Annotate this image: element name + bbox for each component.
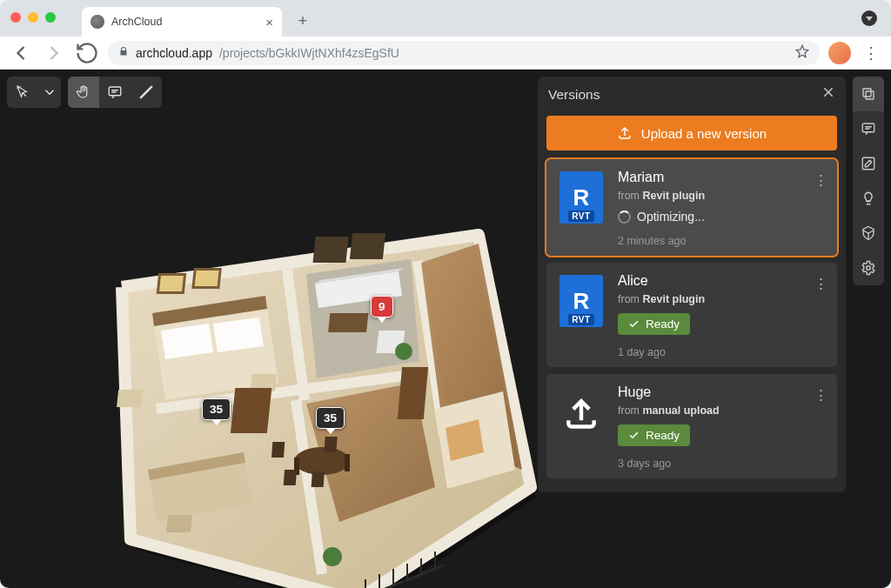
close-panel-button[interactable] <box>821 85 835 104</box>
upload-button-label: Upload a new version <box>641 126 767 141</box>
svg-rect-25 <box>284 470 297 485</box>
svg-rect-50 <box>866 91 874 99</box>
cursor-tool-dropdown[interactable] <box>38 77 61 108</box>
version-card-body: Hugefrom manual uploadReady3 days ago <box>618 384 827 470</box>
spinner-icon <box>618 210 631 224</box>
browser-tab[interactable]: ArchCloud × <box>82 7 282 37</box>
browser-toolbar: archcloud.app/projects/bGkkIWjtNXhf4zsEg… <box>0 37 891 70</box>
ideas-rail-button[interactable] <box>853 181 884 216</box>
close-tab-button[interactable]: × <box>265 15 273 30</box>
version-card-body: Mariamfrom Revit pluginOptimizing...2 mi… <box>618 170 827 247</box>
svg-rect-33 <box>398 367 428 419</box>
svg-rect-14 <box>117 390 143 407</box>
floorplan-3d-view[interactable]: 93535 <box>70 209 539 588</box>
new-tab-button[interactable]: + <box>291 9 315 33</box>
version-name: Alice <box>618 273 827 289</box>
viewer-toolbar <box>7 77 162 108</box>
browser-window: ArchCloud × + archcloud.app/projects/bGk… <box>0 0 891 588</box>
svg-rect-48 <box>350 233 385 259</box>
version-source: from Revit plugin <box>618 293 827 305</box>
svg-rect-29 <box>166 515 192 532</box>
svg-rect-22 <box>345 454 350 471</box>
status-optimizing: Optimizing... <box>618 210 827 224</box>
cursor-tool-button[interactable] <box>7 77 38 108</box>
svg-rect-47 <box>312 237 348 263</box>
close-window-button[interactable] <box>10 12 21 23</box>
address-bar[interactable]: archcloud.app/projects/bGkkIWjtNXhf4zsEg… <box>108 41 820 65</box>
reload-button[interactable] <box>75 41 99 65</box>
svg-point-20 <box>294 447 350 475</box>
annotation-marker[interactable]: 35 <box>316 407 345 429</box>
revit-file-icon: RRVT <box>557 170 606 225</box>
svg-rect-46 <box>195 271 219 286</box>
svg-point-34 <box>395 343 412 360</box>
browser-tabbar: ArchCloud × + <box>0 0 891 37</box>
settings-rail-button[interactable] <box>853 251 884 285</box>
version-card-body: Alicefrom Revit pluginReady1 day ago <box>618 273 827 358</box>
lock-icon <box>118 46 129 59</box>
panel-title: Versions <box>548 87 600 103</box>
app-viewport: 93535 Versions Upload a new version RRVT… <box>0 70 891 588</box>
tab-title: ArchCloud <box>111 16 258 28</box>
svg-rect-23 <box>271 442 285 458</box>
svg-rect-51 <box>862 124 874 132</box>
svg-rect-32 <box>231 388 271 433</box>
versions-panel: Versions Upload a new version RRVTMariam… <box>538 77 846 492</box>
version-time: 1 day ago <box>618 346 827 358</box>
version-source: from Revit plugin <box>618 190 827 202</box>
status-ready-badge: Ready <box>618 424 690 446</box>
window-controls <box>10 12 56 23</box>
comments-rail-button[interactable] <box>853 111 884 146</box>
svg-rect-18 <box>328 313 368 332</box>
assets-rail-button[interactable] <box>853 216 884 251</box>
comment-tool-button[interactable] <box>99 77 131 108</box>
right-sidebar <box>853 77 884 285</box>
status-ready-badge: Ready <box>618 313 690 335</box>
svg-rect-24 <box>324 437 337 452</box>
svg-point-53 <box>867 266 871 271</box>
version-card[interactable]: RRVTAlicefrom Revit pluginReady1 day ago… <box>546 263 837 367</box>
tab-favicon <box>90 15 104 29</box>
version-menu-button[interactable]: ⋮ <box>814 386 828 404</box>
select-tool-group <box>7 77 61 108</box>
version-time: 2 minutes ago <box>618 235 827 247</box>
annotation-marker[interactable]: 35 <box>202 398 231 420</box>
revit-file-icon: RRVT <box>557 273 606 329</box>
maximize-window-button[interactable] <box>45 12 56 23</box>
svg-marker-13 <box>213 317 264 352</box>
version-card[interactable]: Hugefrom manual uploadReady3 days ago⋮ <box>546 374 837 478</box>
version-name: Mariam <box>618 170 827 185</box>
version-card[interactable]: RRVTMariamfrom Revit pluginOptimizing...… <box>546 159 837 256</box>
version-name: Huge <box>618 384 827 400</box>
browser-menu-button[interactable]: ⋮ <box>860 43 882 63</box>
view-tool-group <box>68 77 162 108</box>
back-button[interactable] <box>9 41 33 65</box>
svg-point-35 <box>323 547 342 566</box>
forward-button[interactable] <box>42 41 66 65</box>
profile-avatar[interactable] <box>828 42 851 64</box>
panel-header: Versions <box>538 77 846 112</box>
versions-rail-button[interactable] <box>853 77 884 111</box>
upload-version-button[interactable]: Upload a new version <box>546 116 837 150</box>
measure-tool-button[interactable] <box>131 77 162 108</box>
url-path: /projects/bGkkIWjtNXhf4zsEgSfU <box>219 46 399 60</box>
pan-tool-button[interactable] <box>68 77 99 108</box>
svg-rect-49 <box>863 89 871 97</box>
minimize-window-button[interactable] <box>28 12 38 23</box>
version-menu-button[interactable]: ⋮ <box>814 171 828 190</box>
url-host: archcloud.app <box>136 46 212 60</box>
svg-rect-26 <box>312 471 325 487</box>
annotation-marker[interactable]: 9 <box>371 296 393 317</box>
version-source: from manual upload <box>618 404 827 417</box>
incognito-indicator-icon[interactable] <box>861 10 877 26</box>
bookmark-icon[interactable] <box>795 44 809 61</box>
svg-rect-52 <box>862 157 874 170</box>
svg-rect-44 <box>159 276 184 291</box>
svg-rect-0 <box>109 87 121 96</box>
edit-rail-button[interactable] <box>853 146 884 181</box>
version-time: 3 days ago <box>618 458 827 470</box>
upload-icon <box>557 384 606 440</box>
version-menu-button[interactable]: ⋮ <box>814 275 828 293</box>
